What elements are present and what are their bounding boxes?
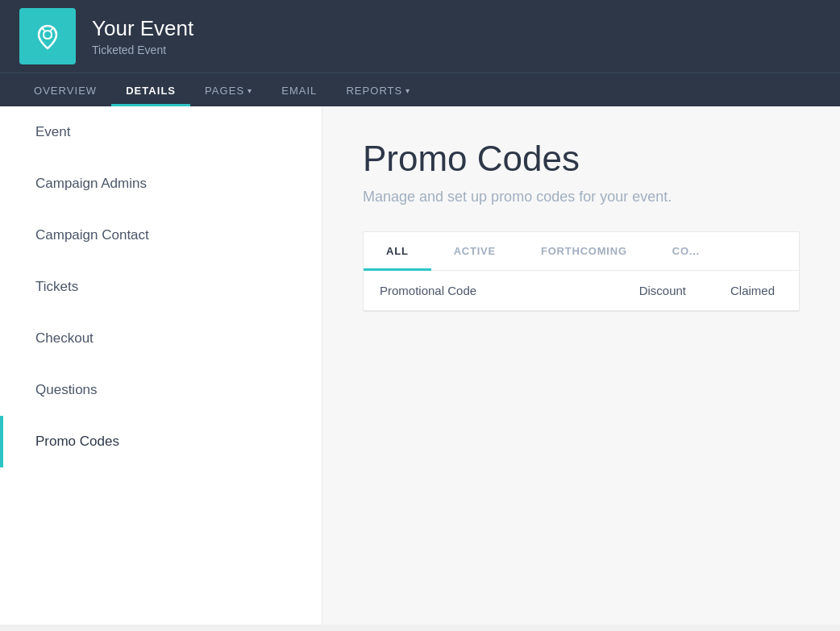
table-header-row: Promotional Code Discount Claimed <box>364 271 799 311</box>
header: Your Event Ticketed Event <box>0 0 840 73</box>
main-content: Promo Codes Manage and set up promo code… <box>322 106 840 625</box>
tab-all[interactable]: ALL <box>364 232 431 270</box>
tab-completed[interactable]: CO... <box>650 232 722 270</box>
promo-codes-panel: ALL ACTIVE FORTHCOMING CO... Promotional… <box>363 231 800 312</box>
tabs-header: ALL ACTIVE FORTHCOMING CO... <box>364 232 799 271</box>
sidebar-item-checkout[interactable]: Checkout <box>0 313 322 364</box>
nav-email[interactable]: EMAIL <box>267 73 331 106</box>
event-title: Your Event <box>92 16 193 41</box>
svg-line-1 <box>51 27 53 31</box>
tab-forthcoming[interactable]: FORTHCOMING <box>518 232 650 270</box>
page-layout: Event Campaign Admins Campaign Contact T… <box>0 106 840 625</box>
page-title: Promo Codes <box>363 139 800 179</box>
column-header-discount: Discount <box>589 284 686 297</box>
column-header-code: Promotional Code <box>380 284 589 297</box>
sidebar-item-questions[interactable]: Questions <box>0 364 322 416</box>
column-header-claimed: Claimed <box>686 284 783 297</box>
nav-reports[interactable]: REPORTS ▾ <box>331 73 425 106</box>
page-subtitle: Manage and set up promo codes for your e… <box>363 189 800 205</box>
sidebar-item-promo-codes[interactable]: Promo Codes <box>0 416 322 467</box>
pages-chevron-icon: ▾ <box>247 86 252 95</box>
tab-active[interactable]: ACTIVE <box>431 232 518 270</box>
main-nav: OVERVIEW DETAILS PAGES ▾ EMAIL REPORTS ▾ <box>0 73 840 106</box>
nav-details[interactable]: DETAILS <box>111 73 190 106</box>
sidebar-item-tickets[interactable]: Tickets <box>0 261 322 313</box>
nav-pages[interactable]: PAGES ▾ <box>190 73 267 106</box>
svg-line-0 <box>42 27 44 31</box>
event-logo <box>19 8 76 64</box>
sidebar: Event Campaign Admins Campaign Contact T… <box>0 106 322 625</box>
nav-overview[interactable]: OVERVIEW <box>19 73 111 106</box>
sidebar-item-campaign-contact[interactable]: Campaign Contact <box>0 210 322 261</box>
sidebar-item-campaign-admins[interactable]: Campaign Admins <box>0 158 322 210</box>
reports-chevron-icon: ▾ <box>405 86 410 95</box>
sidebar-item-event[interactable]: Event <box>0 106 322 158</box>
event-subtitle: Ticketed Event <box>92 44 193 56</box>
header-title-block: Your Event Ticketed Event <box>92 16 193 56</box>
